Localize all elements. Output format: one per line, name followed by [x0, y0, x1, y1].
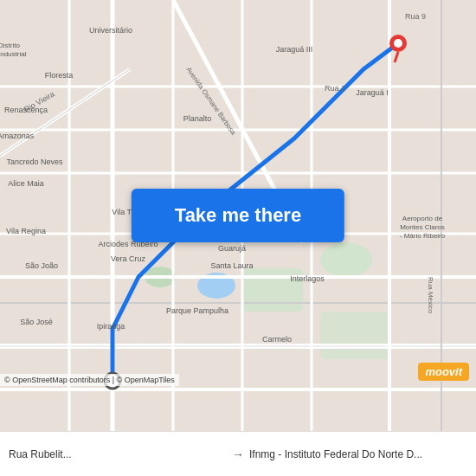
app: Rio Vieira Avenida Osmane Barbosa Rua 2 … [0, 0, 476, 476]
svg-text:Renascença: Renascença [4, 106, 48, 114]
svg-text:Jaraguá III: Jaraguá III [276, 45, 313, 54]
map-container: Rio Vieira Avenida Osmane Barbosa Rua 2 … [0, 0, 476, 431]
origin-label: Rua Rubelit... [9, 448, 227, 460]
svg-text:Carmelo: Carmelo [262, 335, 292, 344]
destination-label: Ifnmg - Instituto Federal Do Norte D... [249, 448, 467, 460]
svg-text:Aeroporto de: Aeroporto de [402, 215, 443, 222]
svg-text:Industrial: Industrial [0, 50, 27, 58]
svg-text:Rua México: Rua México [427, 277, 434, 314]
svg-text:São José: São José [20, 318, 53, 326]
svg-rect-3 [320, 312, 389, 359]
svg-text:Floresta: Floresta [45, 71, 74, 80]
svg-text:Planalto: Planalto [183, 114, 212, 123]
svg-text:Interlagos: Interlagos [290, 274, 325, 283]
svg-text:Alice Maia: Alice Maia [8, 179, 44, 188]
svg-point-1 [320, 242, 372, 277]
svg-text:Universitário: Universitário [89, 26, 132, 35]
svg-text:Parque Pampulha: Parque Pampulha [166, 306, 228, 315]
svg-text:Montes Claros: Montes Claros [400, 223, 445, 231]
svg-text:Ipiranga: Ipiranga [97, 322, 125, 331]
svg-text:Vera Cruz: Vera Cruz [111, 254, 146, 263]
moovit-logo: moovit [418, 363, 469, 381]
svg-text:Rua 2: Rua 2 [325, 84, 345, 93]
svg-text:Guarujá: Guarujá [218, 244, 246, 253]
svg-text:Rua 9: Rua 9 [405, 12, 426, 21]
svg-text:Distrito: Distrito [0, 42, 20, 49]
map-attribution: © OpenStreetMap contributors | © OpenMap… [0, 374, 179, 386]
bottom-bar: Rua Rubelit... → Ifnmg - Instituto Feder… [0, 431, 476, 476]
svg-text:São João: São João [25, 261, 58, 270]
svg-text:Vila Regina: Vila Regina [6, 227, 46, 235]
svg-text:Jaraguá I: Jaraguá I [356, 88, 389, 97]
svg-text:Amazonas: Amazonas [0, 132, 35, 140]
svg-text:Tancredo Neves: Tancredo Neves [6, 158, 63, 166]
svg-text:- Mário Ribeiro: - Mário Ribeiro [400, 232, 446, 240]
take-me-there-button[interactable]: Take me there [132, 189, 344, 242]
svg-text:Santa Laura: Santa Laura [210, 261, 253, 270]
arrow-icon: → [232, 447, 244, 461]
svg-point-57 [394, 39, 402, 48]
